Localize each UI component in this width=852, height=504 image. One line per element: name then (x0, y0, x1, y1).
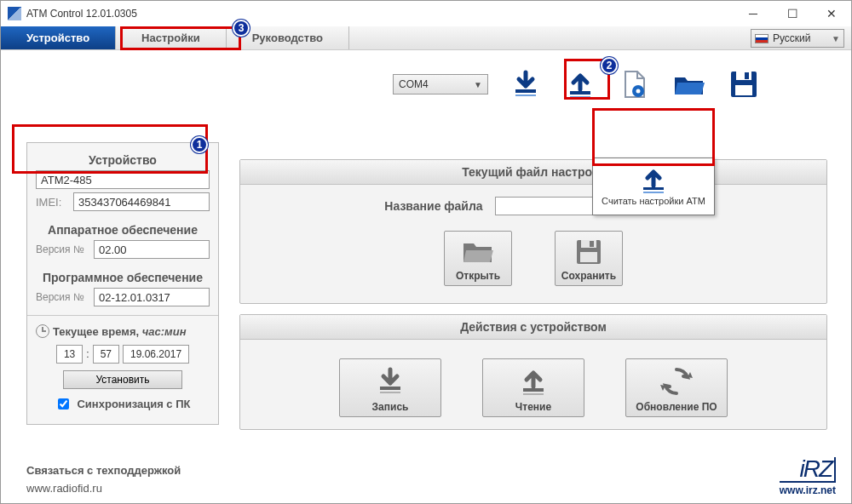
tab-settings[interactable]: Настройки (116, 26, 227, 49)
chevron-down-icon: ▼ (474, 80, 482, 89)
svg-rect-15 (380, 392, 400, 393)
read-settings-tooltip: Считать настройки ATM (592, 158, 715, 215)
sw-version-label: Версия № (36, 291, 89, 303)
device-actions-title: Действия с устройством (240, 315, 826, 340)
logo: iRZ www.irz.net (780, 457, 836, 496)
file-settings-icon[interactable] (618, 67, 652, 101)
svg-rect-7 (736, 72, 751, 80)
sidebar: Устройство ATM2-485 IMEI: 35343706446984… (26, 142, 219, 425)
software-section-title: Программное обеспечение (36, 271, 210, 284)
svg-rect-16 (523, 388, 544, 392)
badge-3: 3 (233, 20, 250, 37)
sync-pc-checkbox[interactable] (58, 398, 69, 410)
sw-version-input[interactable]: 02-12.01.0317 (94, 288, 210, 306)
date-input[interactable]: 19.06.2017 (123, 345, 189, 364)
open-file-button[interactable]: Открыть (444, 231, 512, 286)
svg-rect-14 (380, 387, 400, 390)
tab-device[interactable]: Устройство (1, 26, 116, 49)
flag-russian-icon (755, 34, 769, 43)
svg-rect-0 (515, 89, 536, 93)
chevron-down-icon: ▼ (832, 34, 840, 43)
imei-input[interactable]: 353437064469841 (73, 192, 210, 211)
current-file-title: Текущий файл настроек (240, 160, 826, 185)
svg-rect-11 (581, 240, 596, 248)
svg-rect-9 (735, 85, 752, 95)
logo-url[interactable]: www.irz.net (780, 484, 836, 496)
footer-url[interactable]: www.radiofid.ru (26, 482, 181, 495)
minimize-button[interactable]: ─ (734, 1, 773, 26)
download-icon[interactable] (509, 67, 543, 101)
svg-rect-1 (515, 94, 536, 96)
hour-input[interactable]: 13 (56, 345, 83, 364)
hw-version-input[interactable]: 02.00 (94, 240, 210, 259)
hardware-section-title: Аппаратное обеспечение (36, 223, 210, 237)
title-bar: ATM Control 12.01.0305 ─ ☐ ✕ (1, 1, 851, 26)
hw-version-label: Версия № (36, 243, 89, 255)
imei-label: IMEI: (36, 196, 68, 209)
current-file-panel: Текущий файл настроек Название файла Отк… (239, 159, 827, 304)
language-select[interactable]: Русский ▼ (751, 29, 844, 48)
device-actions-panel: Действия с устройством Запись Чтение Обн… (239, 314, 827, 430)
svg-rect-18 (643, 187, 664, 190)
language-label: Русский (773, 32, 811, 44)
svg-rect-19 (643, 192, 664, 193)
badge-1: 1 (191, 136, 208, 153)
clock-icon (36, 324, 49, 338)
svg-rect-2 (570, 91, 590, 94)
badge-2: 2 (601, 57, 618, 74)
save-icon[interactable] (727, 67, 761, 101)
svg-rect-17 (523, 393, 544, 395)
set-time-button[interactable]: Установить (63, 370, 182, 389)
folder-open-icon[interactable] (672, 67, 706, 101)
contact-support-link[interactable]: Связаться с техподдержкой (26, 464, 181, 477)
filename-label: Название файла (384, 199, 482, 213)
svg-rect-8 (745, 72, 749, 79)
svg-rect-13 (580, 252, 597, 262)
irz-logo-icon: iRZ (780, 457, 836, 483)
com-port-select[interactable]: COM4 ▼ (393, 74, 488, 94)
update-firmware-button[interactable]: Обновление ПО (625, 358, 728, 417)
tooltip-text: Считать настройки ATM (602, 196, 705, 206)
upload-icon (639, 167, 668, 194)
minute-input[interactable]: 57 (93, 345, 119, 364)
app-icon (8, 7, 21, 20)
read-button[interactable]: Чтение (482, 358, 584, 417)
svg-rect-12 (590, 241, 594, 247)
write-button[interactable]: Запись (339, 358, 441, 417)
menu-bar: Устройство Настройки Руководство Русский… (1, 26, 851, 50)
upload-icon[interactable] (563, 67, 597, 101)
sync-pc-label: Синхронизация с ПК (77, 398, 190, 410)
svg-point-5 (636, 89, 641, 94)
com-port-value: COM4 (399, 78, 429, 90)
maximize-button[interactable]: ☐ (773, 1, 812, 26)
time-title: Текущее время, час:мин (53, 325, 187, 338)
svg-rect-3 (570, 96, 590, 98)
close-button[interactable]: ✕ (812, 1, 851, 26)
device-model-input[interactable]: ATM2-485 (36, 170, 210, 189)
window-title: ATM Control 12.01.0305 (26, 8, 137, 20)
save-file-button[interactable]: Сохранить (555, 231, 623, 286)
device-section-title: Устройство (36, 153, 210, 167)
